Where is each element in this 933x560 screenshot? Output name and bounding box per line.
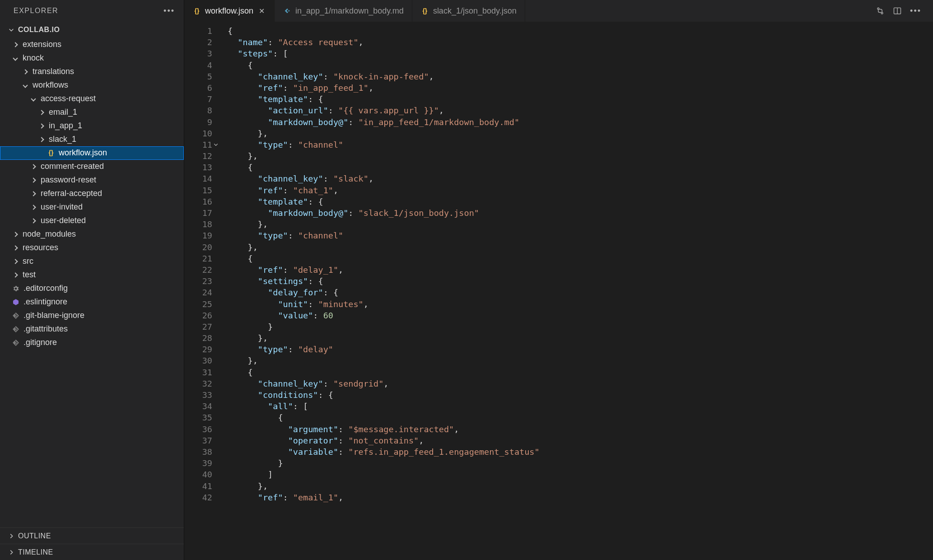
explorer-header: EXPLORER ••• — [0, 0, 184, 22]
code-editor[interactable]: 1234567891011121314151617181920212223242… — [184, 22, 933, 560]
explorer-overflow-icon[interactable]: ••• — [163, 6, 178, 16]
tabs-bar: {} workflow.json ✕ in_app_1/markdown_bod… — [184, 0, 933, 22]
chevron-right-icon — [7, 548, 15, 556]
svg-marker-0 — [13, 299, 19, 305]
chevron-right-icon — [37, 138, 46, 141]
gear-icon — [11, 285, 21, 292]
compare-changes-icon[interactable] — [876, 6, 885, 15]
project-name: COLLAB.IO — [18, 26, 60, 34]
explorer-sidebar: EXPLORER ••• COLLAB.IO extensions knock … — [0, 0, 184, 560]
svg-point-1 — [877, 8, 879, 9]
file-gitignore[interactable]: .gitignore — [0, 336, 184, 350]
timeline-label: TIMELINE — [18, 548, 53, 556]
split-editor-icon[interactable] — [893, 6, 902, 15]
file-eslintignore[interactable]: .eslintignore — [0, 295, 184, 309]
file-editorconfig[interactable]: .editorconfig — [0, 282, 184, 295]
tab-markdown-body[interactable]: in_app_1/markdown_body.md — [275, 0, 412, 22]
file-gitattributes[interactable]: .gitattributes — [0, 322, 184, 336]
project-panel-header[interactable]: COLLAB.IO — [0, 22, 184, 38]
chevron-right-icon — [11, 246, 20, 250]
editor-overflow-icon[interactable]: ••• — [910, 6, 925, 16]
code-content[interactable]: { "name": "Access request", "steps": [ {… — [217, 22, 933, 560]
chevron-right-icon — [29, 219, 38, 223]
chevron-right-icon — [11, 233, 20, 236]
timeline-panel-header[interactable]: TIMELINE — [0, 544, 184, 560]
sidebar-bottom-panels: OUTLINE TIMELINE — [0, 527, 184, 560]
json-file-icon: {} — [420, 7, 429, 14]
chevron-right-icon — [21, 70, 30, 74]
folder-email-1[interactable]: email_1 — [0, 106, 184, 119]
chevron-right-icon — [7, 532, 15, 540]
explorer-title: EXPLORER — [14, 7, 58, 15]
markdown-file-icon — [283, 7, 292, 14]
fold-chevron-icon[interactable] — [212, 139, 219, 150]
folder-access-request[interactable]: access-request — [0, 92, 184, 106]
chevron-right-icon — [29, 205, 38, 209]
folder-referral-accepted[interactable]: referral-accepted — [0, 187, 184, 201]
file-workflow-json[interactable]: {} workflow.json — [0, 146, 184, 160]
git-icon — [11, 339, 21, 346]
chevron-right-icon — [37, 124, 46, 128]
chevron-right-icon — [11, 43, 20, 47]
file-git-blame-ignore[interactable]: .git-blame-ignore — [0, 309, 184, 322]
chevron-down-icon — [29, 97, 38, 101]
chevron-down-icon — [11, 56, 20, 60]
folder-resources[interactable]: resources — [0, 241, 184, 255]
folder-user-deleted[interactable]: user-deleted — [0, 214, 184, 228]
tab-label: in_app_1/markdown_body.md — [295, 6, 404, 16]
folder-extensions[interactable]: extensions — [0, 38, 184, 51]
svg-point-2 — [881, 12, 883, 14]
tabs-actions: ••• — [868, 0, 933, 22]
chevron-down-icon — [21, 84, 30, 87]
git-icon — [11, 326, 21, 333]
folder-comment-created[interactable]: comment-created — [0, 160, 184, 173]
chevron-down-icon — [7, 26, 15, 34]
folder-translations[interactable]: translations — [0, 65, 184, 79]
folder-user-invited[interactable]: user-invited — [0, 201, 184, 214]
json-file-icon: {} — [192, 7, 201, 14]
file-tree: extensions knock translations workflows … — [0, 38, 184, 527]
eslint-icon — [11, 299, 21, 306]
folder-password-reset[interactable]: password-reset — [0, 173, 184, 187]
close-icon[interactable]: ✕ — [257, 7, 266, 15]
chevron-right-icon — [29, 165, 38, 168]
tab-workflow-json[interactable]: {} workflow.json ✕ — [184, 0, 275, 22]
folder-slack-1[interactable]: slack_1 — [0, 133, 184, 146]
tab-json-body[interactable]: {} slack_1/json_body.json — [412, 0, 525, 22]
outline-panel-header[interactable]: OUTLINE — [0, 527, 184, 544]
outline-label: OUTLINE — [18, 532, 51, 540]
folder-workflows[interactable]: workflows — [0, 79, 184, 92]
chevron-right-icon — [11, 273, 20, 277]
folder-knock[interactable]: knock — [0, 51, 184, 65]
chevron-right-icon — [11, 260, 20, 263]
folder-node-modules[interactable]: node_modules — [0, 228, 184, 241]
folder-in-app-1[interactable]: in_app_1 — [0, 119, 184, 133]
folder-test[interactable]: test — [0, 268, 184, 282]
chevron-right-icon — [29, 192, 38, 196]
git-icon — [11, 312, 21, 319]
chevron-right-icon — [37, 111, 46, 114]
json-file-icon: {} — [46, 148, 56, 158]
line-number-gutter: 1234567891011121314151617181920212223242… — [184, 22, 217, 560]
folder-src[interactable]: src — [0, 255, 184, 268]
chevron-right-icon — [29, 178, 38, 182]
tab-label: slack_1/json_body.json — [433, 6, 517, 16]
editor-area: {} workflow.json ✕ in_app_1/markdown_bod… — [184, 0, 933, 560]
app-root: EXPLORER ••• COLLAB.IO extensions knock … — [0, 0, 933, 560]
tab-label: workflow.json — [205, 6, 253, 16]
